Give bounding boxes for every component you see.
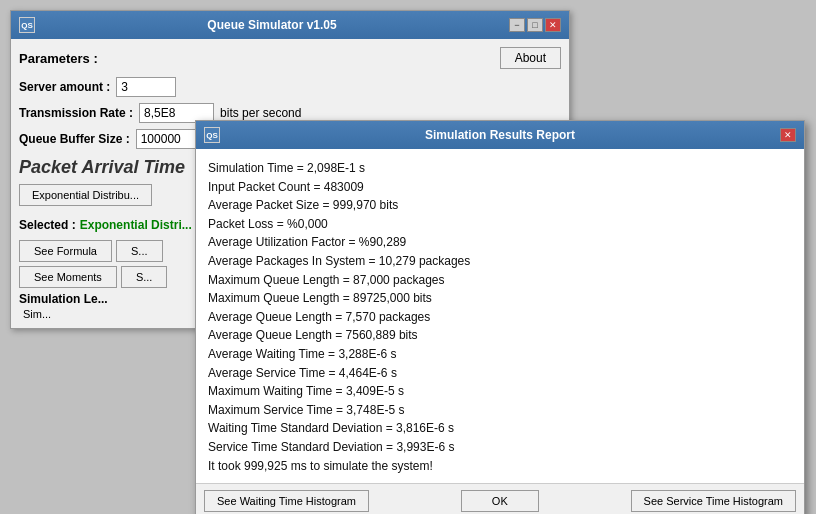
sim-label: Simulation Le... bbox=[19, 292, 108, 306]
results-window-title: Simulation Results Report bbox=[220, 128, 780, 142]
results-body: Simulation Time = 2,098E-1 sInput Packet… bbox=[196, 149, 804, 483]
ok-button[interactable]: OK bbox=[461, 490, 539, 512]
waiting-histogram-button[interactable]: See Waiting Time Histogram bbox=[204, 490, 369, 512]
results-line: Maximum Queue Length = 89725,000 bits bbox=[208, 289, 792, 308]
see-moments-2-button[interactable]: S... bbox=[121, 266, 168, 288]
results-line: Maximum Waiting Time = 3,409E-5 s bbox=[208, 382, 792, 401]
queue-buffer-label: Queue Buffer Size : bbox=[19, 132, 130, 146]
transmission-rate-unit: bits per second bbox=[220, 106, 301, 120]
results-line: Average Packet Size = 999,970 bits bbox=[208, 196, 792, 215]
title-bar-controls: − □ ✕ bbox=[509, 18, 561, 32]
about-button[interactable]: About bbox=[500, 47, 561, 69]
params-header-row: Parameters : About bbox=[19, 47, 561, 69]
results-line: Simulation Time = 2,098E-1 s bbox=[208, 159, 792, 178]
results-line: Average Service Time = 4,464E-6 s bbox=[208, 364, 792, 383]
server-amount-label: Server amount : bbox=[19, 80, 110, 94]
service-histogram-button[interactable]: See Service Time Histogram bbox=[631, 490, 796, 512]
results-window-icon: QS bbox=[204, 127, 220, 143]
results-footer: See Waiting Time Histogram OK See Servic… bbox=[196, 483, 804, 514]
see-formula-2-button[interactable]: S... bbox=[116, 240, 163, 262]
selected-value: Exponential Distri... bbox=[80, 218, 192, 232]
server-amount-input[interactable] bbox=[116, 77, 176, 97]
minimize-button[interactable]: − bbox=[509, 18, 525, 32]
results-line: Waiting Time Standard Deviation = 3,816E… bbox=[208, 419, 792, 438]
transmission-rate-label: Transmission Rate : bbox=[19, 106, 133, 120]
params-label: Parameters : bbox=[19, 51, 98, 66]
main-title-bar: QS Queue Simulator v1.05 − □ ✕ bbox=[11, 11, 569, 39]
selected-label: Selected : bbox=[19, 218, 76, 232]
results-line: Maximum Service Time = 3,748E-5 s bbox=[208, 401, 792, 420]
results-title-bar: QS Simulation Results Report ✕ bbox=[196, 121, 804, 149]
results-line: Average Queue Length = 7,570 packages bbox=[208, 308, 792, 327]
results-window: QS Simulation Results Report ✕ Simulatio… bbox=[195, 120, 805, 514]
main-window-title: Queue Simulator v1.05 bbox=[35, 18, 509, 32]
results-line: Average Utilization Factor = %90,289 bbox=[208, 233, 792, 252]
results-line: Service Time Standard Deviation = 3,993E… bbox=[208, 438, 792, 457]
see-moments-button[interactable]: See Moments bbox=[19, 266, 117, 288]
results-line: Average Packages In System = 10,279 pack… bbox=[208, 252, 792, 271]
close-button[interactable]: ✕ bbox=[545, 18, 561, 32]
server-amount-row: Server amount : bbox=[19, 77, 561, 97]
distribution-button[interactable]: Exponential Distribu... bbox=[19, 184, 152, 206]
main-window-icon: QS bbox=[19, 17, 35, 33]
maximize-button[interactable]: □ bbox=[527, 18, 543, 32]
results-line: Average Waiting Time = 3,288E-6 s bbox=[208, 345, 792, 364]
results-line: It took 999,925 ms to simulate the syste… bbox=[208, 457, 792, 476]
results-line: Maximum Queue Length = 87,000 packages bbox=[208, 271, 792, 290]
results-close-button[interactable]: ✕ bbox=[780, 128, 796, 142]
results-line: Average Queue Length = 7560,889 bits bbox=[208, 326, 792, 345]
results-line: Packet Loss = %0,000 bbox=[208, 215, 792, 234]
results-line: Input Packet Count = 483009 bbox=[208, 178, 792, 197]
see-formula-button[interactable]: See Formula bbox=[19, 240, 112, 262]
